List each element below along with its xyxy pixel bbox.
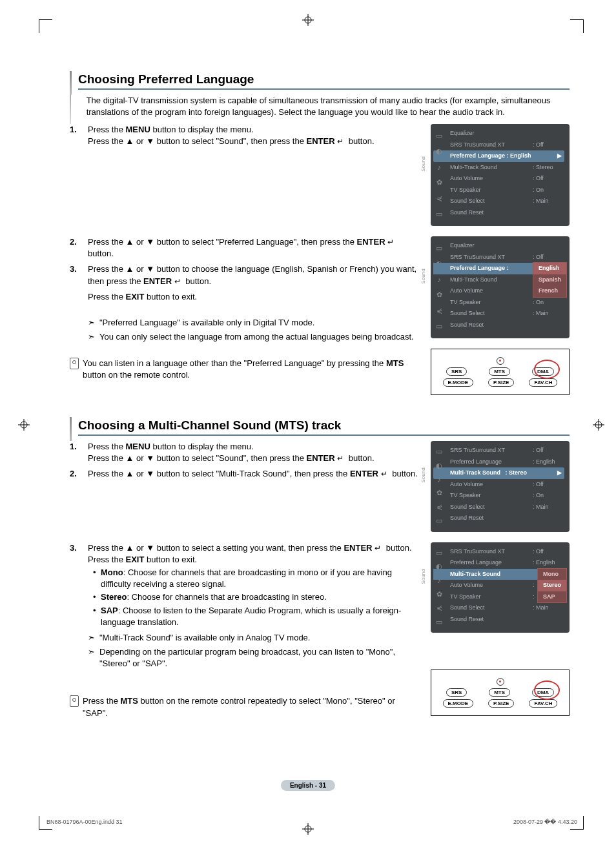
- record-button-icon: [497, 357, 504, 365]
- crop-mark: [570, 19, 584, 33]
- enter-icon: [174, 276, 183, 282]
- remote-icon: [70, 695, 79, 707]
- enter-label: ENTER: [306, 453, 334, 463]
- tv-row-label: Preferred Language: [450, 558, 502, 568]
- tv-row-label: Sound Reset: [450, 615, 484, 624]
- note: ➣Depending on the particular program bei…: [88, 646, 421, 670]
- registration-mark-icon: [302, 14, 314, 26]
- tv-menu-screenshot-2: Sound ▭◐♪✿⋞▭ Equalizer SRS TruSurround X…: [431, 236, 570, 338]
- footer-file: BN68-01796A-00Eng.indd 31: [46, 819, 123, 825]
- remote-button-mts: MTS: [489, 367, 510, 376]
- language-dropdown: English Spanish French: [533, 262, 567, 298]
- exit-label: EXIT: [126, 292, 145, 302]
- tv-side-label: Sound: [420, 269, 426, 283]
- remote-button-favch: FAV.CH: [529, 378, 557, 387]
- step-text: Press the ▲ or ▼ button to select "Prefe…: [88, 237, 357, 247]
- enter-label: ENTER: [350, 469, 378, 478]
- step-text: button.: [390, 469, 418, 478]
- tv-row-label: TV Speaker: [450, 491, 481, 500]
- dropdown-option: SAP: [538, 591, 566, 603]
- tv-row-label: Auto Volume: [450, 581, 483, 590]
- tv-side-label: Sound: [420, 468, 426, 483]
- highlight-circle-icon: [534, 360, 560, 379]
- remote-button-psize: P.SIZE: [488, 378, 514, 387]
- tv-row-label: Sound Select: [450, 604, 485, 613]
- enter-label: ENTER: [306, 136, 334, 146]
- step-text: Press the: [88, 125, 126, 134]
- note-text: Press the: [83, 696, 121, 706]
- tv-icon-column: ▭◐♪✿⋞▭: [433, 128, 445, 222]
- tv-menu-screenshot-3: Sound ▭◐♪✿⋞▭ SRS TruSurround XT: Off Pre…: [431, 441, 570, 532]
- tv-row-label: Sound Select: [450, 503, 485, 512]
- tv-row-label: Multi-Track Sound: [450, 570, 500, 579]
- tv-row-label: Preferred Language: [450, 458, 502, 467]
- tv-icon-column: ▭◐♪✿⋞▭: [433, 445, 445, 528]
- enter-label: ENTER: [357, 237, 385, 247]
- step-3: 3. Press the ▲ or ▼ button to choose the…: [70, 263, 421, 303]
- tv-row-label: Sound Select: [450, 309, 485, 318]
- footer-timestamp: 2008-07-29 �� 4:43:20: [513, 819, 577, 825]
- registration-mark-icon: [593, 419, 604, 431]
- note: ➣You can only select the language from a…: [88, 331, 421, 343]
- tv-row-label: SRS TruSurround XT: [450, 141, 505, 150]
- remote-buttons-diagram: SRS MTS DMA E.MODE P.SIZE FAV.CH: [431, 670, 570, 716]
- section-title-mts: Choosing a Multi-Channel Sound (MTS) tra…: [78, 417, 570, 436]
- note: ➣"Preferred Language" is available only …: [88, 317, 421, 329]
- tv-row-label: Sound Select: [450, 197, 485, 206]
- tv-icon-column: ▭◐♪✿⋞▭: [433, 546, 445, 629]
- tv-row-label: TV Speaker: [450, 593, 481, 602]
- note-text: Depending on the particular program bein…: [99, 646, 421, 670]
- step-2: 2. Press the ▲ or ▼ button to select "Pr…: [70, 236, 421, 260]
- note-text: "Multi-Track Sound" is available only in…: [99, 632, 310, 644]
- tv-menu-screenshot-1: Sound ▭◐♪✿⋞▭ Equalizer SRS TruSurround X…: [431, 124, 570, 226]
- dropdown-option: French: [533, 285, 566, 297]
- remote-button-srs: SRS: [446, 367, 467, 376]
- step-text: button to display the menu.: [150, 442, 254, 451]
- tv-side-label: Sound: [420, 156, 426, 171]
- registration-mark-icon: [18, 419, 30, 431]
- note: ➣"Multi-Track Sound" is available only i…: [88, 632, 421, 644]
- record-button-icon: [497, 678, 504, 686]
- step-text: button.: [346, 453, 374, 463]
- section-title-preferred-language: Choosing Preferred Language: [78, 71, 570, 90]
- bullet-text: : Choose for channels that are broadcast…: [127, 592, 326, 602]
- step-3: 3. Press the ▲ or ▼ button to select a s…: [70, 542, 421, 628]
- arrow-right-icon: ▶: [557, 469, 562, 478]
- remote-note: You can listen in a language other than …: [70, 358, 421, 381]
- intro-text: The digital-TV transmission system is ca…: [79, 95, 570, 118]
- remote-button-emode: E.MODE: [443, 699, 474, 708]
- menu-label: MENU: [126, 125, 150, 134]
- mts-label: MTS: [121, 696, 138, 706]
- enter-icon: [387, 236, 396, 243]
- exit-label: EXIT: [126, 555, 145, 564]
- remote-button-emode: E.MODE: [443, 378, 474, 387]
- bullet-label: SAP: [101, 606, 118, 615]
- tv-row-label: Sound Reset: [450, 514, 484, 523]
- tv-row-label: SRS TruSurround XT: [450, 253, 505, 262]
- tv-row-label: SRS TruSurround XT: [450, 547, 505, 557]
- step-text: button to display the menu.: [150, 125, 254, 134]
- step-1: 1. Press the MENU button to display the …: [70, 124, 421, 147]
- page-number: English - 31: [281, 780, 335, 791]
- remote-note: Press the MTS button on the remote contr…: [70, 695, 421, 719]
- remote-icon: [70, 358, 79, 369]
- remote-button-favch: FAV.CH: [529, 699, 557, 708]
- enter-icon: [337, 136, 346, 142]
- note-text: You can listen in a language other than …: [83, 358, 386, 368]
- step-text: button.: [183, 276, 211, 286]
- tv-menu-screenshot-4: Sound ▭◐♪✿⋞▭ SRS TruSurround XT: Off Pre…: [431, 542, 570, 633]
- menu-label: MENU: [126, 442, 150, 451]
- step-2: 2. Press the ▲ or ▼ button to select "Mu…: [70, 468, 421, 480]
- step-text: button.: [346, 136, 374, 146]
- enter-icon: [375, 542, 384, 549]
- crop-mark: [39, 19, 52, 33]
- bullet-text: : Choose to listen to the Separate Audio…: [101, 606, 401, 627]
- tv-row-label: TV Speaker: [450, 298, 481, 307]
- step-text: button.: [88, 249, 114, 258]
- tv-row-label: Multi-Track Sound: [450, 469, 500, 476]
- remote-buttons-diagram: SRS MTS DMA E.MODE P.SIZE FAV.CH: [431, 349, 570, 395]
- step-text: Press the ▲ or ▼ button to choose the la…: [88, 264, 416, 285]
- enter-icon: [337, 453, 346, 459]
- mts-dropdown: Mono Stereo SAP: [537, 568, 567, 604]
- step-text: Press the: [88, 442, 126, 451]
